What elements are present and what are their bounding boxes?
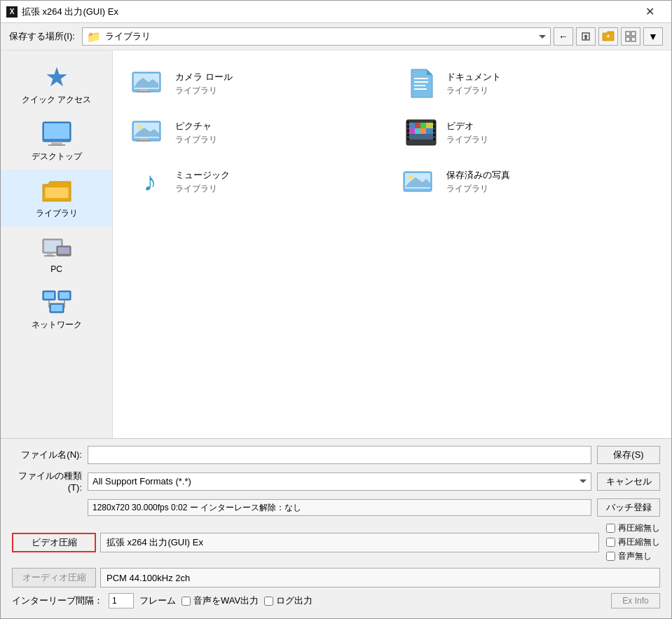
svg-rect-3 [626, 32, 630, 36]
picture-type: ライブラリ [175, 134, 217, 146]
sidebar-label-desktop: デスクトップ [32, 151, 82, 163]
log-output-checkbox[interactable] [264, 597, 273, 606]
location-dropdown-arrow [539, 35, 546, 42]
no-audio-checkbox[interactable] [606, 552, 615, 561]
file-browser: カメラ ロール ライブラリ ドキュメント [113, 50, 671, 438]
folder-icon: 📁 [87, 30, 101, 43]
document-icon [403, 68, 439, 99]
filetype-combobox[interactable]: All Support Formats (*.*) [88, 472, 591, 491]
svg-rect-41 [137, 140, 151, 142]
svg-rect-35 [414, 85, 425, 86]
file-item-document[interactable]: ドキュメント ライブラリ [395, 62, 661, 105]
main-area: ★ クイック アクセス デスクトップ [1, 50, 671, 438]
audio-compression-button: オーディオ圧縮 [12, 568, 96, 587]
properties-icon [625, 31, 636, 42]
audio-compression-value: PCM 44.100kHz 2ch [100, 568, 660, 587]
frame-label: フレーム [139, 594, 176, 607]
file-item-video[interactable]: ビデオ ライブラリ [395, 111, 661, 154]
camera-roll-type: ライブラリ [175, 85, 233, 97]
wav-output-row: 音声をWAV出力 [181, 594, 259, 607]
video-info: ビデオ ライブラリ [446, 120, 488, 146]
svg-point-64 [409, 175, 413, 179]
video-compression-button[interactable]: ビデオ圧縮 [12, 533, 96, 552]
svg-rect-1 [585, 36, 587, 39]
video-icon [403, 117, 439, 148]
audio-compression-row: オーディオ圧縮 PCM 44.100kHz 2ch [12, 568, 660, 587]
video-compression-value: 拡張 x264 出力(GUI) Ex [100, 533, 599, 552]
camera-roll-name: カメラ ロール [175, 71, 233, 83]
view-dropdown-button[interactable]: ▼ [643, 27, 663, 46]
network-icon [40, 288, 74, 316]
svg-text:+: + [606, 33, 610, 40]
svg-point-39 [138, 125, 142, 129]
picture-info: ピクチャ ライブラリ [175, 120, 217, 146]
info-text-box: 1280x720 30.000fps 0:02 ー インターレース解除：なし [88, 499, 591, 516]
svg-rect-54 [407, 130, 409, 132]
file-item-music[interactable]: ♪ ミュージック ライブラリ [124, 160, 390, 203]
svg-rect-46 [420, 123, 426, 128]
recompress-label2: 再圧縮無し [618, 536, 660, 548]
save-button[interactable]: 保存(S) [597, 446, 660, 464]
saved-photos-info: 保存済みの写真 ライブラリ [446, 169, 510, 195]
up-button[interactable] [576, 27, 596, 46]
library-icon [40, 177, 74, 205]
svg-rect-22 [60, 292, 69, 299]
camera-roll-icon [132, 68, 168, 99]
svg-rect-48 [409, 128, 415, 134]
interleave-input[interactable] [109, 593, 134, 608]
svg-rect-60 [433, 134, 435, 136]
picture-name: ピクチャ [175, 120, 217, 132]
filename-input[interactable] [88, 446, 591, 464]
cancel-button[interactable]: キャンセル [597, 472, 660, 491]
sidebar-label-library: ライブラリ [36, 208, 78, 219]
file-item-camera-roll[interactable]: カメラ ロール ライブラリ [124, 62, 390, 105]
svg-rect-58 [433, 125, 435, 128]
back-button[interactable]: ← [554, 27, 573, 46]
svg-rect-50 [420, 128, 426, 134]
svg-rect-33 [414, 78, 428, 79]
file-item-picture[interactable]: ピクチャ ライブラリ [124, 111, 390, 154]
sidebar-label-network: ネットワーク [32, 319, 82, 331]
wav-output-checkbox[interactable] [181, 597, 191, 606]
log-output-label: ログ出力 [276, 594, 313, 607]
window-title: 拡張 x264 出力(GUI) Ex [22, 6, 118, 18]
svg-rect-20 [44, 292, 54, 299]
svg-rect-59 [433, 130, 435, 132]
location-combobox[interactable]: 📁 ライブラリ [82, 27, 551, 46]
close-button[interactable]: ✕ [633, 1, 666, 23]
saved-photos-name: 保存済みの写真 [446, 169, 510, 182]
svg-rect-36 [414, 88, 427, 90]
svg-rect-4 [631, 32, 636, 36]
sidebar-item-pc[interactable]: PC [1, 226, 112, 281]
last-row: インターリーブ間隔： フレーム 音声をWAV出力 ログ出力 Ex Info [12, 593, 660, 611]
svg-rect-55 [407, 134, 409, 136]
exinfo-button[interactable]: Ex Info [611, 593, 660, 608]
interleave-label: インターリーブ間隔： [12, 594, 103, 607]
new-folder-icon: + [602, 31, 615, 42]
sidebar-item-desktop[interactable]: デスクトップ [1, 113, 112, 170]
batch-button[interactable]: バッチ登録 [597, 498, 660, 517]
svg-rect-34 [414, 81, 428, 83]
file-item-saved-photos[interactable]: 保存済みの写真 ライブラリ [395, 160, 661, 203]
svg-rect-51 [426, 128, 433, 134]
video-name: ビデオ [446, 120, 488, 132]
new-folder-button[interactable]: + [598, 27, 618, 46]
log-output-row: ログ出力 [264, 594, 313, 607]
sidebar-item-quick-access[interactable]: ★ クイック アクセス [1, 56, 112, 113]
svg-rect-31 [139, 89, 148, 91]
video-type: ライブラリ [446, 134, 488, 146]
svg-rect-8 [44, 123, 69, 139]
wav-output-label: 音声をWAV出力 [193, 594, 259, 607]
titlebar-left: X 拡張 x264 出力(GUI) Ex [6, 6, 118, 18]
app-icon: X [6, 6, 18, 18]
info-batch-row: 1280x720 30.000fps 0:02 ー インターレース解除：なし バ… [12, 498, 660, 517]
properties-button[interactable] [621, 27, 640, 46]
svg-rect-5 [626, 37, 630, 41]
recompress-checkbox1[interactable] [606, 524, 615, 533]
recompress-check1-row: 再圧縮無し [606, 522, 660, 534]
recompress-checkbox2[interactable] [606, 538, 615, 547]
sidebar-item-network[interactable]: ネットワーク [1, 281, 112, 338]
sidebar-item-library[interactable]: ライブラリ [1, 170, 112, 226]
camera-roll-info: カメラ ロール ライブラリ [175, 71, 233, 97]
info-text: 1280x720 30.000fps 0:02 ー インターレース解除：なし [92, 502, 301, 514]
